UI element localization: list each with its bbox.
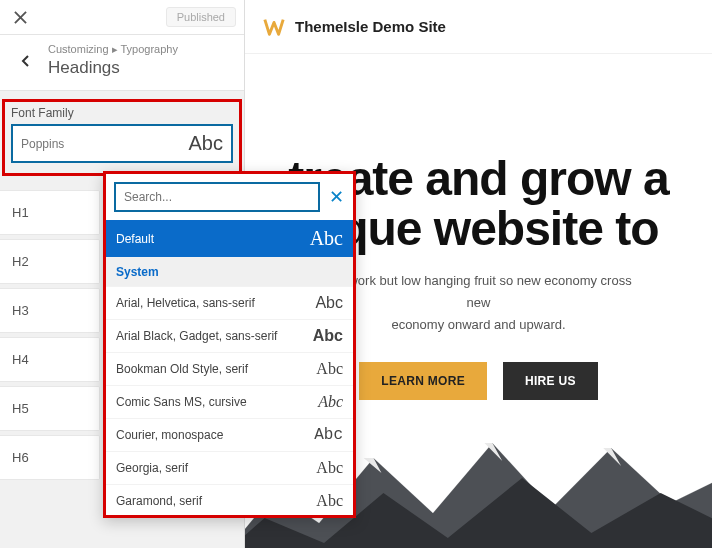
hire-us-button[interactable]: HIRE US [503, 362, 598, 400]
font-option-sample: Abc [310, 227, 343, 250]
heading-tab-h4[interactable]: H4 [0, 337, 100, 382]
font-option[interactable]: Arial Black, Gadget, sans-serifAbc [106, 320, 353, 353]
hero-cta-row: LEARN MORE HIRE US [359, 362, 597, 400]
font-option-sample: Abc [314, 426, 343, 444]
font-option[interactable]: DefaultAbc [106, 220, 353, 258]
heading-tab-h5[interactable]: H5 [0, 386, 100, 431]
publish-status-pill[interactable]: Published [166, 7, 236, 27]
font-option-sample: Abc [318, 393, 343, 411]
font-option[interactable]: Bookman Old Style, serifAbc [106, 353, 353, 386]
font-option-sample: Abc [316, 492, 343, 510]
font-option-label: Courier, monospace [116, 428, 223, 442]
close-icon: ✕ [329, 187, 344, 207]
font-dropdown-header: ✕ [106, 174, 353, 220]
font-family-value: Poppins [21, 137, 189, 151]
breadcrumb-path: Customizing ▸ Typography [48, 43, 178, 56]
breadcrumb-title: Headings [48, 58, 178, 78]
font-option[interactable]: Georgia, serifAbc [106, 452, 353, 485]
font-options-list[interactable]: DefaultAbcSystemArial, Helvetica, sans-s… [106, 220, 353, 515]
close-customizer-button[interactable] [8, 5, 32, 29]
chevron-left-icon [19, 54, 33, 68]
font-family-sample: Abc [189, 132, 223, 155]
sidebar-topbar: Published [0, 0, 244, 35]
font-family-label: Font Family [11, 106, 233, 120]
font-section-header: System [106, 258, 353, 287]
learn-more-button[interactable]: LEARN MORE [359, 362, 487, 400]
heading-tab-h3[interactable]: H3 [0, 288, 100, 333]
font-family-dropdown: ✕ DefaultAbcSystemArial, Helvetica, sans… [103, 171, 356, 518]
font-option-label: Georgia, serif [116, 461, 188, 475]
font-option-label: Garamond, serif [116, 494, 202, 508]
font-option[interactable]: Arial, Helvetica, sans-serifAbc [106, 287, 353, 320]
font-family-input[interactable]: Poppins Abc [11, 124, 233, 163]
font-option[interactable]: Garamond, serifAbc [106, 485, 353, 515]
font-option-label: Bookman Old Style, serif [116, 362, 248, 376]
breadcrumb-row: Customizing ▸ Typography Headings [0, 35, 244, 91]
font-option[interactable]: Courier, monospaceAbc [106, 419, 353, 452]
heading-tab-h2[interactable]: H2 [0, 239, 100, 284]
font-option-sample: Abc [315, 294, 343, 312]
site-logo-icon [263, 16, 285, 38]
font-option-sample: Abc [316, 459, 343, 477]
font-dropdown-close-button[interactable]: ✕ [327, 186, 345, 208]
close-icon [14, 11, 27, 24]
back-button[interactable] [12, 47, 40, 75]
site-header: ThemeIsle Demo Site [245, 0, 712, 54]
breadcrumb: Customizing ▸ Typography Headings [48, 43, 178, 78]
font-option-label: Arial, Helvetica, sans-serif [116, 296, 255, 310]
font-family-control: Font Family Poppins Abc [2, 99, 242, 176]
font-option-sample: Abc [316, 360, 343, 378]
font-option-label: Arial Black, Gadget, sans-serif [116, 329, 277, 343]
font-search-input[interactable] [114, 182, 320, 212]
font-option-sample: Abc [313, 327, 343, 345]
font-option-label: Comic Sans MS, cursive [116, 395, 247, 409]
hero-subtext: ally work but low hanging fruit so new e… [325, 270, 631, 336]
font-option-label: Default [116, 232, 154, 246]
heading-tab-h6[interactable]: H6 [0, 435, 100, 480]
heading-tab-h1[interactable]: H1 [0, 190, 100, 235]
font-option[interactable]: Comic Sans MS, cursiveAbc [106, 386, 353, 419]
site-title: ThemeIsle Demo Site [295, 18, 446, 35]
